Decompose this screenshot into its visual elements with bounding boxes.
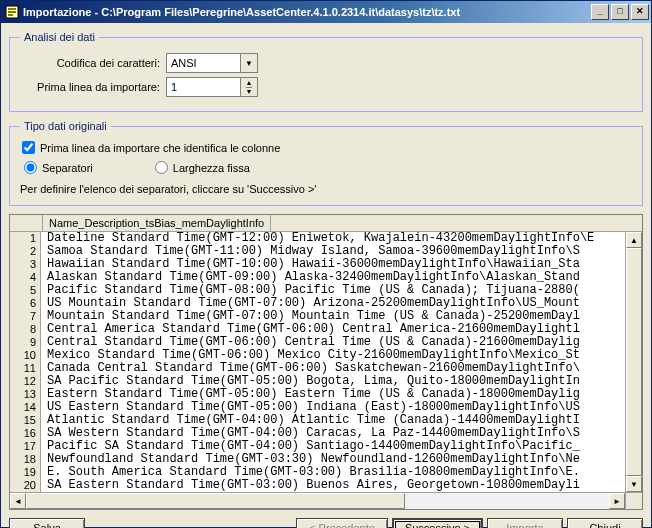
next-button[interactable]: Successivo > <box>392 518 483 528</box>
row-data: Newfoundland Standard Time(GMT-03:30) Ne… <box>41 453 580 466</box>
first-line-label: Prima linea da importare: <box>20 81 166 93</box>
window-title: Importazione - C:\Program Files\Peregrin… <box>23 6 589 18</box>
row-data: Pacific Standard Time(GMT-08:00) Pacific… <box>41 284 580 297</box>
table-row[interactable]: 2Samoa Standard Time(GMT-11:00) Midway I… <box>10 245 625 258</box>
row-data: Central America Standard Time(GMT-06:00)… <box>41 323 580 336</box>
table-row[interactable]: 15Atlantic Standard Time(GMT-04:00) Atla… <box>10 414 625 427</box>
scroll-right-icon[interactable]: ► <box>609 493 625 509</box>
maximize-button[interactable]: □ <box>611 4 629 20</box>
scroll-left-icon[interactable]: ◄ <box>10 493 26 509</box>
encoding-input[interactable] <box>166 53 240 73</box>
separators-option[interactable]: Separatori <box>22 161 93 174</box>
row-number: 10 <box>10 349 41 362</box>
row-number: 17 <box>10 440 41 453</box>
save-button[interactable]: Salva <box>9 518 85 528</box>
row-number: 19 <box>10 466 41 479</box>
table-row[interactable]: 6US Mountain Standard Time(GMT-07:00) Ar… <box>10 297 625 310</box>
table-row[interactable]: 17Pacific SA Standard Time(GMT-04:00) Sa… <box>10 440 625 453</box>
row-data: SA Western Standard Time(GMT-04:00) Cara… <box>41 427 580 440</box>
table-row[interactable]: 9Central Standard Time(GMT-06:00) Centra… <box>10 336 625 349</box>
table-row[interactable]: 11Canada Central Standard Time(GMT-06:00… <box>10 362 625 375</box>
chevron-down-icon[interactable]: ▼ <box>240 53 258 73</box>
encoding-combo[interactable]: ▼ <box>166 53 258 73</box>
row-number: 4 <box>10 271 41 284</box>
table-row[interactable]: 5Pacific Standard Time(GMT-08:00) Pacifi… <box>10 284 625 297</box>
row-number: 18 <box>10 453 41 466</box>
row-data: Samoa Standard Time(GMT-11:00) Midway Is… <box>41 245 580 258</box>
row-number: 11 <box>10 362 41 375</box>
scroll-down-icon[interactable]: ▼ <box>626 476 642 492</box>
svg-rect-2 <box>8 11 16 13</box>
row-number: 1 <box>10 232 41 245</box>
table-row[interactable]: 14US Eastern Standard Time(GMT-05:00) In… <box>10 401 625 414</box>
row-data: SA Pacific Standard Time(GMT-05:00) Bogo… <box>41 375 580 388</box>
horizontal-scrollbar[interactable]: ◄ ► <box>10 492 642 509</box>
table-row[interactable]: 16SA Western Standard Time(GMT-04:00) Ca… <box>10 427 625 440</box>
row-number: 20 <box>10 479 41 492</box>
close-dialog-button[interactable]: Chiudi <box>567 518 643 528</box>
row-data: SA Eastern Standard Time(GMT-03:00) Buen… <box>41 479 580 492</box>
grid-header: Name_Description_tsBias_memDaylightInfo <box>10 215 642 232</box>
grid-body[interactable]: 1Dateline Standard Time(GMT-12:00) Eniwe… <box>10 232 625 492</box>
row-data: Dateline Standard Time(GMT-12:00) Eniwet… <box>41 232 594 245</box>
row-number: 15 <box>10 414 41 427</box>
row-data: US Eastern Standard Time(GMT-05:00) Indi… <box>41 401 580 414</box>
row-data: E. South America Standard Time(GMT-03:00… <box>41 466 580 479</box>
chevron-up-icon[interactable]: ▲ <box>246 78 253 88</box>
svg-rect-3 <box>8 14 13 16</box>
row-number: 6 <box>10 297 41 310</box>
scroll-thumb[interactable] <box>26 493 405 509</box>
data-analysis-legend: Analisi dei dati <box>20 31 99 43</box>
data-analysis-group: Analisi dei dati Codifica dei caratteri:… <box>9 31 643 112</box>
table-row[interactable]: 1Dateline Standard Time(GMT-12:00) Eniwe… <box>10 232 625 245</box>
row-data: Mountain Standard Time(GMT-07:00) Mounta… <box>41 310 580 323</box>
row-number: 14 <box>10 401 41 414</box>
scroll-thumb[interactable] <box>626 248 642 476</box>
close-button[interactable]: ✕ <box>631 4 649 20</box>
row-data: Canada Central Standard Time(GMT-06:00) … <box>41 362 580 375</box>
column-header[interactable]: Name_Description_tsBias_memDaylightInfo <box>43 215 271 231</box>
row-data: Alaskan Standard Time(GMT-09:00) Alaska-… <box>41 271 580 284</box>
chevron-down-icon[interactable]: ▼ <box>246 88 253 97</box>
row-number: 5 <box>10 284 41 297</box>
table-row[interactable]: 18Newfoundland Standard Time(GMT-03:30) … <box>10 453 625 466</box>
row-data: Atlantic Standard Time(GMT-04:00) Atlant… <box>41 414 580 427</box>
row-data: Hawaiian Standard Time(GMT-10:00) Hawaii… <box>41 258 580 271</box>
table-row[interactable]: 3Hawaiian Standard Time(GMT-10:00) Hawai… <box>10 258 625 271</box>
import-button[interactable]: Importa <box>487 518 563 528</box>
preview-grid: Name_Description_tsBias_memDaylightInfo … <box>9 214 643 510</box>
row-number: 12 <box>10 375 41 388</box>
row-data: Eastern Standard Time(GMT-05:00) Eastern… <box>41 388 580 401</box>
original-data-legend: Tipo dati originali <box>20 120 111 132</box>
separator-hint: Per definire l'elenco dei separatori, cl… <box>20 183 632 195</box>
row-number: 7 <box>10 310 41 323</box>
table-row[interactable]: 20SA Eastern Standard Time(GMT-03:00) Bu… <box>10 479 625 492</box>
table-row[interactable]: 10Mexico Standard Time(GMT-06:00) Mexico… <box>10 349 625 362</box>
row-number: 2 <box>10 245 41 258</box>
scroll-up-icon[interactable]: ▲ <box>626 232 642 248</box>
separators-radio[interactable] <box>24 161 37 174</box>
table-row[interactable]: 7Mountain Standard Time(GMT-07:00) Mount… <box>10 310 625 323</box>
first-line-header-checkbox[interactable] <box>22 141 35 154</box>
rownum-header <box>10 215 43 231</box>
row-number: 16 <box>10 427 41 440</box>
vertical-scrollbar[interactable]: ▲ ▼ <box>625 232 642 492</box>
button-bar: Salva < Precedente Successivo > Importa … <box>9 518 643 528</box>
titlebar: Importazione - C:\Program Files\Peregrin… <box>1 1 651 23</box>
fixed-width-radio[interactable] <box>155 161 168 174</box>
table-row[interactable]: 13Eastern Standard Time(GMT-05:00) Easte… <box>10 388 625 401</box>
previous-button[interactable]: < Precedente <box>296 518 388 528</box>
table-row[interactable]: 12SA Pacific Standard Time(GMT-05:00) Bo… <box>10 375 625 388</box>
app-icon <box>5 5 19 19</box>
first-line-spin[interactable]: ▲ ▼ <box>166 77 258 97</box>
first-line-input[interactable] <box>166 77 240 97</box>
encoding-label: Codifica dei caratteri: <box>20 57 166 69</box>
svg-rect-1 <box>8 8 16 10</box>
row-number: 8 <box>10 323 41 336</box>
minimize-button[interactable]: _ <box>591 4 609 20</box>
table-row[interactable]: 4Alaskan Standard Time(GMT-09:00) Alaska… <box>10 271 625 284</box>
fixed-width-option[interactable]: Larghezza fissa <box>153 161 250 174</box>
table-row[interactable]: 19E. South America Standard Time(GMT-03:… <box>10 466 625 479</box>
table-row[interactable]: 8Central America Standard Time(GMT-06:00… <box>10 323 625 336</box>
row-data: US Mountain Standard Time(GMT-07:00) Ari… <box>41 297 580 310</box>
